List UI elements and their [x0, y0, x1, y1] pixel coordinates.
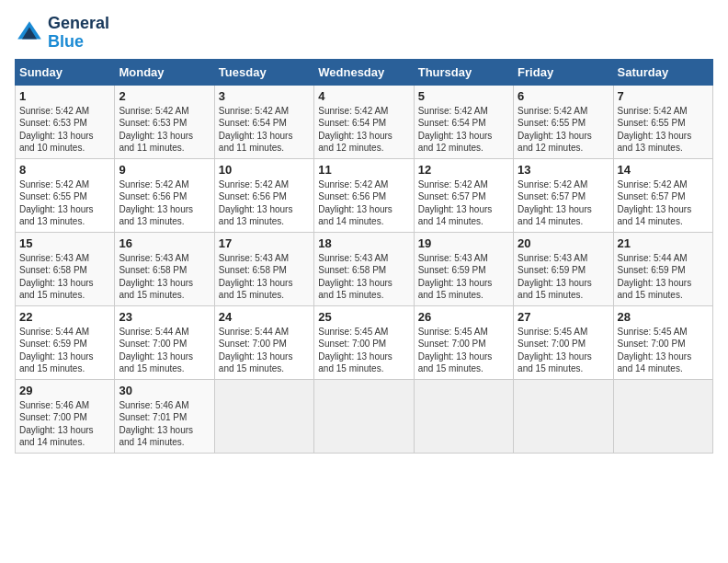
day-number: 11: [318, 163, 409, 177]
day-number: 25: [318, 310, 409, 324]
calendar-cell: 12 Sunrise: 5:42 AMSunset: 6:57 PMDaylig…: [414, 158, 513, 232]
weekday-header: Friday: [514, 59, 613, 85]
calendar-header: SundayMondayTuesdayWednesdayThursdayFrid…: [16, 59, 713, 85]
day-number: 19: [418, 236, 509, 250]
calendar-cell: 30 Sunrise: 5:46 AMSunset: 7:01 PMDaylig…: [115, 379, 214, 453]
day-info: Sunrise: 5:42 AMSunset: 6:55 PMDaylight:…: [19, 178, 110, 228]
day-info: Sunrise: 5:42 AMSunset: 6:57 PMDaylight:…: [618, 178, 709, 228]
day-info: Sunrise: 5:45 AMSunset: 7:00 PMDaylight:…: [618, 326, 709, 375]
day-number: 18: [318, 236, 409, 250]
day-info: Sunrise: 5:43 AMSunset: 6:59 PMDaylight:…: [518, 252, 609, 302]
day-number: 23: [119, 310, 210, 324]
day-info: Sunrise: 5:45 AMSunset: 7:00 PMDaylight:…: [418, 326, 509, 375]
calendar-cell: 13 Sunrise: 5:42 AMSunset: 6:57 PMDaylig…: [514, 158, 613, 232]
day-info: Sunrise: 5:42 AMSunset: 6:54 PMDaylight:…: [318, 105, 409, 155]
calendar-cell: 14 Sunrise: 5:42 AMSunset: 6:57 PMDaylig…: [613, 158, 712, 232]
calendar-body: 1 Sunrise: 5:42 AMSunset: 6:53 PMDayligh…: [16, 85, 713, 453]
calendar-week: 15 Sunrise: 5:43 AMSunset: 6:58 PMDaylig…: [16, 232, 713, 305]
calendar-cell: [613, 379, 712, 453]
day-info: Sunrise: 5:42 AMSunset: 6:56 PMDaylight:…: [119, 178, 210, 228]
day-info: Sunrise: 5:42 AMSunset: 6:55 PMDaylight:…: [618, 105, 709, 155]
calendar-cell: 8 Sunrise: 5:42 AMSunset: 6:55 PMDayligh…: [16, 158, 115, 232]
day-number: 5: [418, 89, 509, 103]
calendar-cell: 5 Sunrise: 5:42 AMSunset: 6:54 PMDayligh…: [414, 85, 513, 158]
calendar-cell: 10 Sunrise: 5:42 AMSunset: 6:56 PMDaylig…: [214, 158, 313, 232]
calendar-week: 22 Sunrise: 5:44 AMSunset: 6:59 PMDaylig…: [16, 305, 713, 379]
calendar-cell: [514, 379, 613, 453]
day-info: Sunrise: 5:45 AMSunset: 7:00 PMDaylight:…: [518, 326, 609, 375]
day-number: 16: [119, 236, 210, 250]
day-number: 4: [318, 89, 409, 103]
weekday-header: Thursday: [414, 59, 513, 85]
calendar-cell: 11 Sunrise: 5:42 AMSunset: 6:56 PMDaylig…: [314, 158, 414, 232]
day-number: 13: [518, 163, 609, 177]
calendar-cell: 22 Sunrise: 5:44 AMSunset: 6:59 PMDaylig…: [16, 305, 115, 379]
day-number: 8: [19, 163, 110, 177]
day-info: Sunrise: 5:43 AMSunset: 6:58 PMDaylight:…: [119, 252, 210, 302]
day-number: 30: [119, 384, 210, 397]
day-info: Sunrise: 5:42 AMSunset: 6:54 PMDaylight:…: [219, 105, 310, 155]
logo-text: General Blue: [48, 15, 109, 52]
calendar-cell: 23 Sunrise: 5:44 AMSunset: 7:00 PMDaylig…: [115, 305, 214, 379]
day-number: 17: [219, 236, 310, 250]
weekday-header: Sunday: [16, 59, 115, 85]
calendar-cell: 28 Sunrise: 5:45 AMSunset: 7:00 PMDaylig…: [613, 305, 712, 379]
weekday-header: Saturday: [613, 59, 712, 85]
day-info: Sunrise: 5:44 AMSunset: 7:00 PMDaylight:…: [119, 326, 210, 375]
calendar-cell: 29 Sunrise: 5:46 AMSunset: 7:00 PMDaylig…: [16, 379, 115, 453]
day-number: 20: [518, 236, 609, 250]
day-number: 2: [119, 89, 210, 103]
day-info: Sunrise: 5:42 AMSunset: 6:56 PMDaylight:…: [318, 178, 409, 228]
day-info: Sunrise: 5:45 AMSunset: 7:00 PMDaylight:…: [318, 326, 409, 375]
day-info: Sunrise: 5:43 AMSunset: 6:58 PMDaylight:…: [318, 252, 409, 302]
calendar-table: SundayMondayTuesdayWednesdayThursdayFrid…: [15, 59, 713, 454]
calendar-cell: 2 Sunrise: 5:42 AMSunset: 6:53 PMDayligh…: [115, 85, 214, 158]
calendar-cell: 3 Sunrise: 5:42 AMSunset: 6:54 PMDayligh…: [214, 85, 313, 158]
calendar-cell: 18 Sunrise: 5:43 AMSunset: 6:58 PMDaylig…: [314, 232, 414, 305]
day-info: Sunrise: 5:43 AMSunset: 6:59 PMDaylight:…: [418, 252, 509, 302]
day-number: 1: [19, 89, 110, 103]
day-info: Sunrise: 5:43 AMSunset: 6:58 PMDaylight:…: [219, 252, 310, 302]
day-info: Sunrise: 5:46 AMSunset: 7:01 PMDaylight:…: [119, 399, 210, 449]
day-info: Sunrise: 5:46 AMSunset: 7:00 PMDaylight:…: [19, 399, 110, 449]
day-number: 26: [418, 310, 509, 324]
day-number: 12: [418, 163, 509, 177]
day-number: 22: [19, 310, 110, 324]
day-number: 28: [618, 310, 709, 324]
calendar-cell: 24 Sunrise: 5:44 AMSunset: 7:00 PMDaylig…: [214, 305, 313, 379]
logo-icon: [15, 18, 44, 48]
day-info: Sunrise: 5:42 AMSunset: 6:57 PMDaylight:…: [418, 178, 509, 228]
day-number: 3: [219, 89, 310, 103]
calendar-week: 8 Sunrise: 5:42 AMSunset: 6:55 PMDayligh…: [16, 158, 713, 232]
day-info: Sunrise: 5:42 AMSunset: 6:55 PMDaylight:…: [518, 105, 609, 155]
day-number: 6: [518, 89, 609, 103]
calendar-cell: [214, 379, 313, 453]
weekday-header: Monday: [115, 59, 214, 85]
weekday-header: Tuesday: [214, 59, 313, 85]
calendar-cell: 20 Sunrise: 5:43 AMSunset: 6:59 PMDaylig…: [514, 232, 613, 305]
day-number: 21: [618, 236, 709, 250]
calendar-cell: 25 Sunrise: 5:45 AMSunset: 7:00 PMDaylig…: [314, 305, 414, 379]
day-info: Sunrise: 5:42 AMSunset: 6:57 PMDaylight:…: [518, 178, 609, 228]
calendar-cell: 15 Sunrise: 5:43 AMSunset: 6:58 PMDaylig…: [16, 232, 115, 305]
day-number: 24: [219, 310, 310, 324]
day-number: 9: [119, 163, 210, 177]
calendar-cell: [314, 379, 414, 453]
calendar-cell: 7 Sunrise: 5:42 AMSunset: 6:55 PMDayligh…: [613, 85, 712, 158]
day-info: Sunrise: 5:42 AMSunset: 6:54 PMDaylight:…: [418, 105, 509, 155]
calendar-cell: 1 Sunrise: 5:42 AMSunset: 6:53 PMDayligh…: [16, 85, 115, 158]
day-info: Sunrise: 5:44 AMSunset: 7:00 PMDaylight:…: [219, 326, 310, 375]
header: General Blue: [15, 15, 713, 52]
day-info: Sunrise: 5:44 AMSunset: 6:59 PMDaylight:…: [19, 326, 110, 375]
calendar-cell: 9 Sunrise: 5:42 AMSunset: 6:56 PMDayligh…: [115, 158, 214, 232]
day-info: Sunrise: 5:44 AMSunset: 6:59 PMDaylight:…: [618, 252, 709, 302]
day-number: 29: [19, 384, 110, 397]
calendar-cell: 6 Sunrise: 5:42 AMSunset: 6:55 PMDayligh…: [514, 85, 613, 158]
calendar-cell: 17 Sunrise: 5:43 AMSunset: 6:58 PMDaylig…: [214, 232, 313, 305]
day-info: Sunrise: 5:42 AMSunset: 6:53 PMDaylight:…: [119, 105, 210, 155]
day-info: Sunrise: 5:42 AMSunset: 6:53 PMDaylight:…: [19, 105, 110, 155]
logo: General Blue: [15, 15, 109, 52]
day-number: 10: [219, 163, 310, 177]
calendar-cell: 16 Sunrise: 5:43 AMSunset: 6:58 PMDaylig…: [115, 232, 214, 305]
calendar-week: 1 Sunrise: 5:42 AMSunset: 6:53 PMDayligh…: [16, 85, 713, 158]
